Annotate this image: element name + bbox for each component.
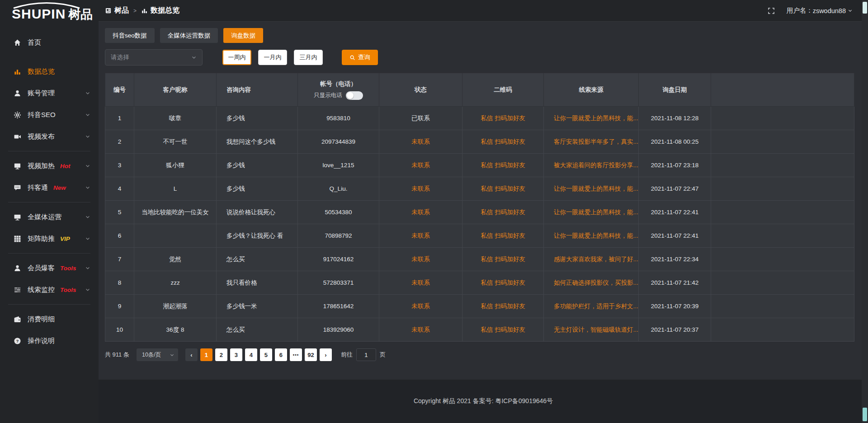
cell-qrcode: 私信 扫码加好友 [462, 107, 544, 130]
user-icon [14, 89, 21, 97]
scrollbar-thumb-bottom[interactable] [863, 408, 867, 421]
cell-source[interactable]: 让你一眼就爱上的黑科技，能... [544, 177, 639, 201]
cell-nickname: 觉然 [134, 248, 217, 271]
tab-抖音seo数据[interactable]: 抖音seo数据 [105, 28, 155, 43]
sidebar-item-account-mgmt[interactable]: 账号管理 [0, 82, 99, 104]
sidebar-item-video-heat[interactable]: 视频加热Hot [0, 155, 99, 177]
page-size-select[interactable]: 10条/页 [137, 348, 178, 361]
cell-no: 8 [105, 271, 134, 295]
sidebar-item-badge: Hot [60, 163, 71, 169]
page-button-1[interactable]: 1 [200, 348, 212, 361]
cell-source[interactable]: 让你一眼就爱上的黑科技，能... [544, 201, 639, 224]
qr-link-scan-add[interactable]: 扫码加好友 [495, 115, 525, 122]
search-button[interactable]: 查询 [342, 50, 378, 65]
range-button-三月内[interactable]: 三月内 [294, 50, 323, 65]
qr-link-scan-add[interactable]: 扫码加好友 [495, 256, 525, 263]
page-scrollbar[interactable] [862, 0, 868, 423]
sidebar-item-matrix-boost[interactable]: 矩阵助推VIP [0, 228, 99, 249]
qr-link-private-msg[interactable]: 私信 [481, 162, 493, 169]
qr-link-scan-add[interactable]: 扫码加好友 [495, 185, 525, 192]
chevron-down-icon [191, 55, 197, 60]
cell-nickname [134, 224, 217, 248]
page-button-4[interactable]: 4 [245, 348, 257, 361]
page-button-6[interactable]: 6 [275, 348, 287, 361]
cell-source[interactable]: 如何正确选择投影仪，买投影... [544, 271, 639, 295]
scrollbar-thumb-top[interactable] [863, 2, 867, 14]
sidebar-item-media-ops[interactable]: 全媒体运营 [0, 206, 99, 228]
table-row: 2不可一世我想问这个多少钱2097344839未联系私信 扫码加好友客厅安装投影… [105, 130, 854, 154]
page-button-2[interactable]: 2 [215, 348, 227, 361]
qr-link-private-msg[interactable]: 私信 [481, 185, 493, 192]
qr-link-private-msg[interactable]: 私信 [481, 256, 493, 263]
sidebar-item-data-overview[interactable]: 数据总览 [0, 61, 99, 82]
qr-link-private-msg[interactable]: 私信 [481, 138, 493, 145]
sidebar-divider [8, 253, 90, 254]
fullscreen-icon[interactable] [768, 7, 775, 14]
phone-only-toggle[interactable] [346, 91, 363, 100]
col-header-status: 状态 [379, 73, 462, 107]
cell-no: 5 [105, 201, 134, 224]
range-button-一月内[interactable]: 一月内 [258, 50, 287, 65]
qr-link-private-msg[interactable]: 私信 [481, 115, 493, 122]
range-button-一周内[interactable]: 一周内 [222, 50, 251, 65]
sidebar-item-video-publish[interactable]: 视频发布 [0, 126, 99, 147]
sidebar-item-badge: New [53, 184, 66, 191]
cell-source[interactable]: 客厅安装投影半年多了，真实... [544, 130, 639, 154]
qr-link-private-msg[interactable]: 私信 [481, 303, 493, 310]
filter-select[interactable]: 请选择 [105, 49, 203, 66]
sidebar-divider [8, 304, 90, 305]
home-icon [14, 39, 21, 47]
sidebar-item-douyin-seo[interactable]: 抖音SEO [0, 104, 99, 126]
cell-nickname: 潮起潮落 [134, 295, 217, 318]
app-logo: SHUPIN树品 [0, 0, 99, 26]
qr-link-scan-add[interactable]: 扫码加好友 [495, 303, 525, 310]
tab-询盘数据[interactable]: 询盘数据 [223, 28, 263, 43]
qr-link-scan-add[interactable]: 扫码加好友 [495, 162, 525, 169]
goto-page-input[interactable] [356, 348, 376, 361]
cell-account: 9583810 [298, 107, 379, 130]
tab-全媒体运营数据[interactable]: 全媒体运营数据 [160, 28, 218, 43]
cell-no: 3 [105, 154, 134, 177]
sidebar-item-label: 抖客通 [28, 183, 48, 192]
cell-status: 未联系 [379, 224, 462, 248]
prev-page-button[interactable]: ‹ [185, 348, 198, 361]
search-icon [349, 55, 355, 61]
cell-source[interactable]: 被大家追着问的客厅投影分享... [544, 154, 639, 177]
qr-link-private-msg[interactable]: 私信 [481, 209, 493, 216]
page-button-5[interactable]: 5 [260, 348, 272, 361]
qr-link-scan-add[interactable]: 扫码加好友 [495, 279, 525, 286]
table-row: 1036度 8怎么买183929060未联系私信 扫码加好友无主灯设计，智能磁吸… [105, 318, 854, 342]
table-row: 6多少钱？让我死心 看70898792未联系私信 扫码加好友让你一眼就爱上的黑科… [105, 224, 854, 248]
qr-link-scan-add[interactable]: 扫码加好友 [495, 138, 525, 145]
page-more-button[interactable]: ••• [290, 348, 302, 361]
username-value[interactable]: zswodun88 [813, 7, 846, 14]
sidebar-item-home[interactable]: 首页 [0, 32, 99, 53]
breadcrumb-root[interactable]: 树品 [114, 6, 129, 15]
sidebar-item-label: 账号管理 [28, 89, 55, 98]
qr-link-private-msg[interactable]: 私信 [481, 232, 493, 239]
qr-link-scan-add[interactable]: 扫码加好友 [495, 209, 525, 216]
cell-source[interactable]: 让你一眼就爱上的黑科技，能... [544, 107, 639, 130]
cell-status: 已联系 [379, 107, 462, 130]
cell-source[interactable]: 让你一眼就爱上的黑科技，能... [544, 224, 639, 248]
sidebar-item-lead-monitor[interactable]: 线索监控Tools [0, 279, 99, 301]
page-button-92[interactable]: 92 [305, 348, 317, 361]
sidebar-item-instructions[interactable]: ?操作说明 [0, 330, 99, 352]
cell-source[interactable]: 无主灯设计，智能磁吸轨道灯... [544, 318, 639, 342]
cell-source[interactable]: 感谢大家喜欢我家，被问了好... [544, 248, 639, 271]
breadcrumb: 树品 > 数据总览 [105, 6, 179, 15]
qr-link-scan-add[interactable]: 扫码加好友 [495, 232, 525, 239]
sidebar-item-member-leads[interactable]: 会员爆客Tools [0, 257, 99, 279]
cell-qrcode: 私信 扫码加好友 [462, 248, 544, 271]
cell-content: 多少钱？让我死心 看 [217, 224, 298, 248]
next-page-button[interactable]: › [320, 348, 332, 361]
qr-link-private-msg[interactable]: 私信 [481, 279, 493, 286]
sidebar-item-expense-detail[interactable]: 消费明细 [0, 308, 99, 330]
qr-link-private-msg[interactable]: 私信 [481, 326, 493, 333]
cell-source[interactable]: 多功能护栏灯，适用于乡村文... [544, 295, 639, 318]
page-button-3[interactable]: 3 [230, 348, 242, 361]
cell-account: 917024162 [298, 248, 379, 271]
sidebar-item-douketong[interactable]: 抖客通New [0, 177, 99, 198]
qr-link-scan-add[interactable]: 扫码加好友 [495, 326, 525, 333]
chevron-down-icon[interactable] [848, 8, 853, 13]
